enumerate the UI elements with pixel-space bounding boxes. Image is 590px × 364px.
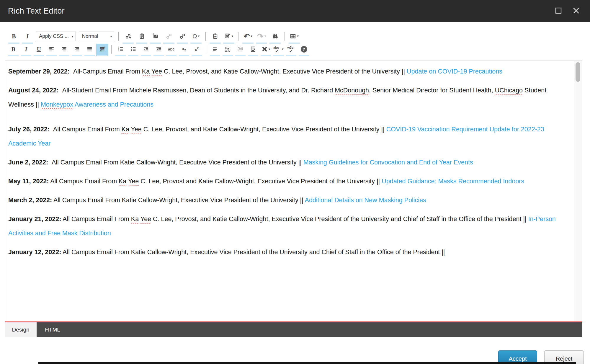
horizontal-rule-button[interactable] [209,44,221,56]
find-and-replace-button[interactable] [269,30,282,44]
align-left-button[interactable] [45,44,58,56]
bold-button[interactable]: B [7,30,20,44]
outdent-button[interactable] [153,44,165,56]
paragraph-text: All Campus Email From [61,216,131,223]
modules-icon [262,46,268,52]
underline-button[interactable]: U [33,44,45,56]
apply-css-combo[interactable]: Apply CSS ...▾ [36,32,76,41]
paragraph-text: , Senior Medical Director for Student He… [369,87,495,94]
paragraph-date: August 24, 2022: [8,87,59,94]
bold-button[interactable]: B [7,44,19,56]
spell-check-button[interactable]: abc✓▾ [272,44,285,56]
toolbar-separator [111,45,112,54]
editor-paragraph: September 29, 2022: All-Campus Email Fro… [8,64,572,79]
scrollbar-thumb[interactable] [576,62,580,82]
toolbar-separator [238,32,238,41]
paragraph-text: All Campus Email From [50,126,122,133]
align-left-icon [48,46,55,52]
italic-icon: I [26,33,29,39]
paragraph-text: All Campus Email From Katie Callow-Wrigh… [48,159,303,166]
unlink-button [162,30,175,44]
undo-button[interactable]: ↶▾ [241,30,254,44]
editor-paragraph: June 2, 2022: All Campus Email From Kati… [8,155,572,169]
editor-paragraph: January 21, 2022: All Campus Email From … [8,212,572,240]
hr-icon [212,46,218,52]
align-none-button[interactable] [96,44,108,56]
paragraph-text: All Campus Email From [49,178,119,185]
chevron-down-icon: ▾ [251,34,253,38]
tab-html[interactable]: HTML [37,322,68,337]
editor-link[interactable]: Updated Guidance: Masks Recommended Indo… [382,178,524,185]
paragraph-text: UChicago [495,87,523,94]
toolbar-separator [285,32,285,41]
paste-button[interactable] [135,30,148,44]
chevron-down-icon: ▾ [198,34,200,38]
apply-css-value: Apply CSS ... [39,33,69,39]
xhtml-validator-button[interactable]: w3c✓ [285,44,297,56]
paragraph-text: C. Lee, Provost and Katie Callow-Wright,… [139,178,382,185]
bold-icon: B [12,46,15,52]
image-add-icon [152,33,158,39]
insert-form-button[interactable] [247,44,259,56]
editor-area: September 29, 2022: All-Campus Email Fro… [5,61,582,322]
paragraph-text: Yee [128,178,139,185]
paragraph-text: Yee [151,68,162,75]
paragraph-text: Yee [131,126,141,133]
omega-icon: Ω [192,33,197,39]
align-justify-button[interactable] [84,44,96,56]
indent-button[interactable] [140,44,152,56]
indent-icon [143,46,149,52]
paragraph-text: McDonough [335,87,369,94]
close-button[interactable] [571,6,581,16]
toolbar-separator [206,45,206,54]
paste-from-word-button[interactable]: W [209,30,222,44]
image-placeholder-button[interactable] [234,44,246,56]
editor-paragraph: January 12, 2022: All Campus Email From … [8,245,572,259]
help-button[interactable]: ? [298,44,310,56]
dialog-titlebar: Rich Text Editor [0,0,590,22]
link-icon [179,33,186,39]
w3c-icon: w3c✓ [287,46,295,53]
tab-design[interactable]: Design [5,322,37,337]
paragraph-style-combo[interactable]: Normal▾ [79,32,115,41]
italic-button[interactable]: I [20,44,32,56]
scrollbar[interactable] [574,61,582,321]
paragraph-text: Ka [122,126,129,133]
numbered-list-button[interactable]: 123 [115,44,127,56]
sub-icon: x2 [182,47,186,52]
sup-icon: x2 [195,47,199,52]
paragraph-text: All Campus Email From Katie Callow-Wrigh… [52,197,305,204]
clipboard-icon [139,33,145,39]
strike-icon: abc [168,47,174,51]
insert-link-button[interactable] [122,30,135,44]
editor-link[interactable]: Update on COVID-19 Precautions [407,68,502,75]
paragraph-date: March 2, 2022: [8,197,52,204]
maximize-button[interactable] [553,6,563,16]
binoculars-icon [272,33,278,39]
editor-link[interactable]: Awareness and Precautions [73,101,153,108]
redo-icon: ↷ [257,33,264,39]
editor-link[interactable]: Masking Guidelines for Convocation and E… [303,159,473,166]
superscript-button[interactable]: x2 [191,44,203,56]
strikethrough-button[interactable]: abc [165,44,177,56]
align-center-button[interactable] [58,44,70,56]
insert-table-button[interactable]: ▾ [288,30,301,44]
hyperlink-manager-button[interactable] [176,30,189,44]
editor-toolbar: BIApply CSS ...▾Normal▾Ω▾W▾↶▾↷▾▾ BIU123a… [0,22,590,61]
link-add-icon [125,33,131,39]
editor-link[interactable]: Monkeypox [41,101,73,108]
editor-content[interactable]: September 29, 2022: All-Campus Email Fro… [5,61,574,321]
format-painter-button[interactable]: ▾ [222,30,235,44]
insert-image-button[interactable] [149,30,162,44]
toolbar-row-2: BIU123abcx2x2▾abc✓▾w3c✓? [7,43,590,56]
italic-button[interactable]: I [21,30,34,44]
svg-text:3: 3 [118,50,119,52]
module-manager-button[interactable]: ▾ [260,44,272,56]
editor-link[interactable]: Additional Details on New Masking Polici… [305,197,426,204]
chevron-down-icon: ▾ [264,34,266,38]
bullet-list-button[interactable] [127,44,139,56]
special-characters-button[interactable]: Ω▾ [189,30,202,44]
toggle-screen-mode-button[interactable] [222,44,234,56]
subscript-button[interactable]: x2 [178,44,190,56]
align-right-button[interactable] [71,44,83,56]
